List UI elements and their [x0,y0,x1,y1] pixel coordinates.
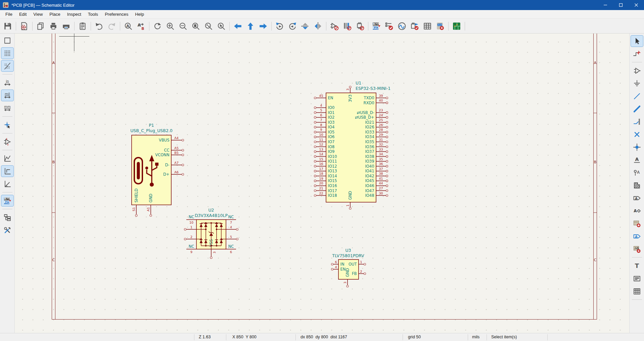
svg-text:⇄USB_D-: ⇄USB_D- [357,110,374,115]
junction-button[interactable] [631,141,643,153]
zoom-in-button[interactable] [164,20,177,32]
undo-button[interactable] [93,20,105,32]
pcb-editor-button[interactable] [450,20,463,32]
paste-button[interactable] [76,20,89,32]
refresh-icon [153,22,162,31]
rotate-cw-button[interactable] [286,20,299,32]
menu-preferences[interactable]: Preferences [101,10,132,18]
hierarchy-navigator-button[interactable] [1,212,13,223]
menu-tools[interactable]: Tools [85,10,101,18]
bom-export-button[interactable]: .bom [434,20,447,32]
menu-file[interactable]: File [2,10,16,18]
hierarchical-label-button[interactable]: A [631,205,643,216]
svg-text:24: 24 [379,113,383,117]
wire-free-angle-button[interactable] [1,153,13,164]
import-sheet-pin-button[interactable]: A [631,243,643,254]
mirror-horizontal-button[interactable] [312,20,324,32]
grid-overrides-button[interactable] [1,60,13,71]
svg-text:B: B [52,160,55,164]
draw-wire-button[interactable] [631,91,643,102]
hierarchical-sheet-button[interactable] [631,218,643,229]
schematic-canvas[interactable]: AABBCCP1USB_C_Plug_USB2.0A4VBUSA5CCB5VCO… [15,34,629,333]
crosshair-style-button[interactable] [1,119,13,130]
menu-place[interactable]: Place [46,10,64,18]
svg-text:A1: A1 [146,207,150,212]
find-replace-button[interactable]: A B [135,20,147,32]
grid-dots-button[interactable] [1,48,13,59]
redo-button[interactable] [105,20,118,32]
close-button[interactable] [629,0,644,10]
draw-bus-button[interactable] [631,103,643,114]
svg-text:27: 27 [379,186,383,190]
zoom-objects-button[interactable] [202,20,215,32]
zoom-fit-button[interactable] [189,20,202,32]
erc-button[interactable] [383,20,396,32]
svg-text:3V3: 3V3 [348,95,353,102]
menu-help[interactable]: Help [132,10,147,18]
annotate-button[interactable]: R?? R42 [370,20,383,32]
table-button[interactable] [631,286,643,297]
global-label-button[interactable]: A [631,192,643,204]
edit-page-settings-button[interactable] [34,20,47,32]
kicad-app-icon [3,2,9,8]
svg-text:4: 4 [335,265,337,269]
navigate-back-button[interactable] [231,20,244,32]
print-button[interactable] [47,20,60,32]
menu-inspect[interactable]: Inspect [64,10,85,18]
zoom-selection-button[interactable] [215,20,228,32]
mirror-vertical-button[interactable] [299,20,312,32]
save-button[interactable] [1,20,14,32]
properties-panel-button[interactable] [1,225,13,236]
schematic-symbol-U1[interactable]: U1ESP32-S3-MINI-145EN4IO05IO16IO27IO38IO… [314,80,391,210]
units-inches-button[interactable]: in [1,77,13,88]
text-button[interactable]: T [631,260,643,271]
assign-footprints-button[interactable] [408,20,421,32]
svg-text:NC: NC [228,244,234,249]
schematic-symbol-U2[interactable]: U2D3V3XA4B10LPNC1012NC9NC745NC6VSS3 [184,208,238,259]
schematic-setup-button[interactable] [18,20,31,32]
svg-text:IO9: IO9 [328,149,335,154]
units-mils-button[interactable]: mil [1,90,13,101]
wire-hv-button[interactable] [1,166,13,177]
highlight-net-button[interactable] [631,48,643,59]
schematic-symbol-U3[interactable]: U3TLV75801PDRV6IN4EN1OUT2FBGND3 [331,248,366,287]
selection-tool-button[interactable] [631,36,643,47]
netclass-directive-button[interactable]: A [631,167,643,178]
menu-bar: File Edit View Place Inspect Tools Prefe… [0,10,644,19]
annotate-auto-button[interactable]: R?? R42 [1,195,13,206]
symbol-editor-button[interactable] [328,20,341,32]
sheet-pin-button[interactable]: A [631,231,643,242]
footprint-editor-button[interactable] [354,20,366,32]
zoom-out-button[interactable] [177,20,189,32]
status-action: Select item(s) [491,335,517,339]
find-button[interactable]: A [122,20,135,32]
maximize-button[interactable] [613,0,629,10]
wire-45-button[interactable] [1,178,13,189]
place-symbol-button[interactable]: −+ [631,65,643,76]
show-hidden-pins-button[interactable]: −+ [1,136,13,147]
symbol-fields-table-button[interactable] [421,20,434,32]
net-label-button[interactable]: A [631,154,643,165]
svg-text:15: 15 [319,157,323,161]
menu-edit[interactable]: Edit [16,10,30,18]
wire-to-bus-entry-button[interactable] [631,116,643,127]
minimize-button[interactable] [598,0,613,10]
svg-text:C: C [52,258,55,262]
no-connect-button[interactable] [631,129,643,140]
rotate-ccw-button[interactable] [273,20,286,32]
schematic-symbol-P1[interactable]: P1USB_C_Plug_USB2.0A4VBUSA5CCB5VCONNA7D-… [130,123,184,217]
text-box-button[interactable] [631,273,643,284]
navigate-up-button[interactable] [244,20,257,32]
menu-view[interactable]: View [30,10,46,18]
units-inches-icon: in [3,79,11,87]
place-power-button[interactable] [631,78,643,89]
navigate-forward-button[interactable] [257,20,270,32]
show-grid-button[interactable] [1,35,13,46]
plot-button[interactable] [60,20,73,32]
refresh-button[interactable] [151,20,164,32]
rule-area-button[interactable] [631,180,643,191]
svg-text:33: 33 [379,148,383,151]
units-mm-button[interactable]: mm [1,103,13,114]
simulator-button[interactable] [396,20,408,32]
symbol-library-button[interactable] [341,20,354,32]
